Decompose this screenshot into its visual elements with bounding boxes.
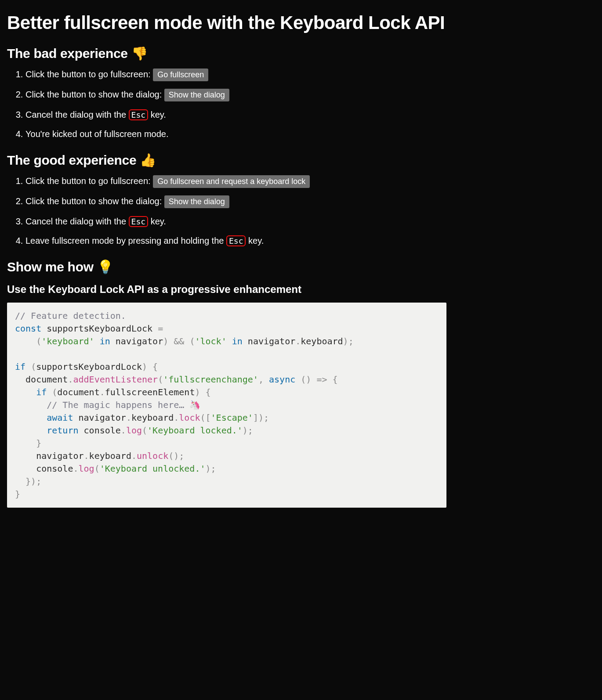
code-token: ( bbox=[15, 336, 41, 346]
code-token: if bbox=[15, 361, 25, 372]
step-text: key. bbox=[148, 110, 166, 119]
code-block: // Feature detection. const supportsKeyb… bbox=[7, 303, 446, 508]
use-api-subheading: Use the Keyboard Lock API as a progressi… bbox=[7, 283, 446, 296]
code-token: fullscreenElement bbox=[105, 387, 195, 397]
code-token: console bbox=[15, 463, 73, 474]
code-token: console bbox=[84, 425, 121, 436]
code-token: 'fullscreenchange' bbox=[163, 374, 258, 385]
bad-experience-list: Click the button to go fullscreen: Go fu… bbox=[7, 68, 446, 140]
code-token bbox=[79, 425, 84, 436]
code-token: async bbox=[269, 374, 295, 385]
code-token: . bbox=[126, 412, 131, 423]
code-token: ); bbox=[243, 425, 253, 436]
code-comment: // Feature detection. bbox=[15, 310, 126, 321]
code-token: unlock bbox=[137, 451, 168, 461]
code-token: 'lock' bbox=[195, 336, 226, 346]
code-token: if bbox=[15, 387, 47, 397]
step-text: key. bbox=[148, 216, 166, 226]
go-fullscreen-lock-button[interactable]: Go fullscreen and request a keyboard loc… bbox=[153, 175, 310, 188]
code-token: } bbox=[15, 438, 41, 448]
code-token: navigator bbox=[248, 336, 295, 346]
code-token: ) && ( bbox=[163, 336, 195, 346]
step-text: Cancel the dialog with the bbox=[25, 110, 129, 119]
list-item: Click the button to show the dialog: Sho… bbox=[25, 195, 446, 208]
code-token: . bbox=[100, 387, 105, 397]
code-token: log bbox=[126, 425, 142, 436]
code-token: ( bbox=[158, 374, 163, 385]
show-dialog-button[interactable]: Show the dialog bbox=[164, 195, 229, 208]
code-token: addEventListener bbox=[73, 374, 158, 385]
code-token: ); bbox=[343, 336, 354, 346]
bad-experience-heading: The bad experience 👎 bbox=[7, 46, 446, 61]
step-text: Leave fullscreen mode by pressing and ho… bbox=[25, 236, 226, 245]
code-token: = bbox=[152, 323, 163, 334]
code-token: } bbox=[15, 489, 20, 499]
code-token: lock bbox=[179, 412, 200, 423]
list-item: Click the button to show the dialog: Sho… bbox=[25, 88, 446, 101]
code-token: . bbox=[68, 374, 73, 385]
code-token: ) { bbox=[142, 361, 158, 372]
step-text: Cancel the dialog with the bbox=[25, 216, 129, 226]
code-token: 'Escape' bbox=[211, 412, 253, 423]
page-title: Better fullscreen mode with the Keyboard… bbox=[7, 12, 446, 33]
list-item: Click the button to go fullscreen: Go fu… bbox=[25, 175, 446, 188]
code-token: keyboard bbox=[301, 336, 343, 346]
code-token: in bbox=[94, 336, 116, 346]
code-token: ( bbox=[142, 425, 147, 436]
code-token: supportsKeyboardLock bbox=[36, 361, 142, 372]
step-text: Click the button to show the dialog: bbox=[25, 196, 164, 206]
code-token: . bbox=[295, 336, 301, 346]
code-token: navigator bbox=[79, 412, 126, 423]
esc-key: Esc bbox=[226, 235, 246, 246]
code-token: . bbox=[131, 451, 137, 461]
code-token: 'keyboard' bbox=[41, 336, 94, 346]
good-experience-heading: The good experience 👍 bbox=[7, 152, 446, 168]
code-token: ); bbox=[206, 463, 216, 474]
code-token: return bbox=[15, 425, 79, 436]
code-token: keyboard bbox=[131, 412, 174, 423]
step-text: Click the button to show the dialog: bbox=[25, 90, 164, 99]
code-token: keyboard bbox=[89, 451, 131, 461]
code-token: in bbox=[227, 336, 248, 346]
code-token: navigator bbox=[116, 336, 163, 346]
go-fullscreen-button[interactable]: Go fullscreen bbox=[153, 69, 208, 81]
code-token: . bbox=[174, 412, 179, 423]
code-token bbox=[73, 412, 78, 423]
show-dialog-button[interactable]: Show the dialog bbox=[164, 89, 229, 101]
code-token: 'Keyboard unlocked.' bbox=[100, 463, 206, 474]
esc-key: Esc bbox=[129, 216, 149, 227]
code-token: ]); bbox=[253, 412, 269, 423]
list-item: Cancel the dialog with the Esc key. bbox=[25, 215, 446, 227]
list-item: Cancel the dialog with the Esc key. bbox=[25, 108, 446, 121]
code-token: ( bbox=[94, 463, 100, 474]
code-token: () => { bbox=[295, 374, 337, 385]
code-token: ( bbox=[25, 361, 36, 372]
list-item: Leave fullscreen mode by pressing and ho… bbox=[25, 235, 446, 247]
code-token: navigator bbox=[15, 451, 84, 461]
code-token: . bbox=[121, 425, 126, 436]
code-token: . bbox=[73, 463, 78, 474]
list-item: Click the button to go fullscreen: Go fu… bbox=[25, 68, 446, 81]
list-item: You're kicked out of fullscreen mode. bbox=[25, 128, 446, 140]
code-token: , bbox=[258, 374, 269, 385]
esc-key: Esc bbox=[129, 109, 149, 120]
code-token: (); bbox=[168, 451, 184, 461]
step-text: Click the button to go fullscreen: bbox=[25, 69, 153, 79]
code-token: 'Keyboard locked.' bbox=[147, 425, 243, 436]
code-token: document bbox=[57, 387, 99, 397]
code-comment: // The magic happens here… 🦄 bbox=[15, 400, 200, 410]
code-token: log bbox=[79, 463, 94, 474]
code-token: supportsKeyboardLock bbox=[47, 323, 152, 334]
step-text: key. bbox=[246, 236, 264, 245]
code-token: ([ bbox=[200, 412, 210, 423]
code-token: const bbox=[15, 323, 41, 334]
step-text: Click the button to go fullscreen: bbox=[25, 176, 153, 186]
code-token: ( bbox=[47, 387, 57, 397]
good-experience-list: Click the button to go fullscreen: Go fu… bbox=[7, 175, 446, 247]
code-token: ) { bbox=[195, 387, 210, 397]
show-me-how-heading: Show me how 💡 bbox=[7, 259, 446, 274]
code-token: }); bbox=[15, 476, 41, 487]
code-token: document bbox=[15, 374, 68, 385]
code-token: . bbox=[84, 451, 89, 461]
code-token: await bbox=[15, 412, 73, 423]
